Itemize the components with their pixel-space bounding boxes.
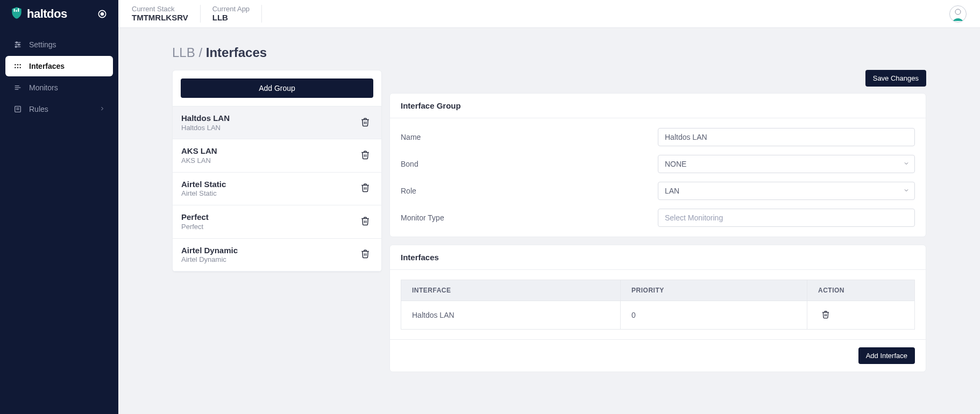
interfaces-table: INTERFACE PRIORITY ACTION Haltdos LAN 0 <box>401 280 915 330</box>
monitor-type-input[interactable] <box>658 209 915 227</box>
svg-point-16 <box>19 67 20 68</box>
delete-group-button[interactable] <box>358 148 373 163</box>
th-priority: PRIORITY <box>621 280 807 301</box>
svg-point-13 <box>19 64 20 65</box>
monitor-type-label: Monitor Type <box>401 213 658 222</box>
sidebar-item-interfaces[interactable]: Interfaces <box>5 56 113 76</box>
nav-label: Settings <box>29 40 56 49</box>
svg-rect-1 <box>16 10 17 12</box>
group-item-sub: Airtel Static <box>181 189 226 198</box>
group-item[interactable]: Haltdos LAN Haltdos LAN <box>173 106 381 139</box>
role-label: Role <box>401 187 658 195</box>
group-list-card: Add Group Haltdos LAN Haltdos LAN <box>172 70 382 272</box>
app-value: LLB <box>212 13 250 23</box>
content: LLB / Interfaces Add Group Haltdos LAN <box>118 28 980 397</box>
svg-point-12 <box>17 64 18 65</box>
topbar-stack[interactable]: Current Stack TMTMRLKSRV <box>132 5 201 23</box>
sidebar-item-monitors[interactable]: Monitors <box>5 77 113 98</box>
group-list: Haltdos LAN Haltdos LAN <box>173 106 381 272</box>
group-item-sub: Airtel Dynamic <box>181 255 238 265</box>
trash-icon <box>360 117 370 129</box>
group-item[interactable]: Airtel Static Airtel Static <box>173 173 381 205</box>
rules-icon <box>13 104 23 114</box>
stack-label: Current Stack <box>132 5 188 13</box>
app-label: Current App <box>212 5 250 13</box>
breadcrumb-sep: / <box>198 45 202 60</box>
topbar-app[interactable]: Current App LLB <box>212 5 262 23</box>
group-item-sub: AKS LAN <box>181 156 217 166</box>
monitors-icon <box>13 83 23 92</box>
panel-title: Interface Group <box>390 94 926 118</box>
group-item-sub: Haltdos LAN <box>181 124 230 133</box>
name-input[interactable] <box>658 128 915 146</box>
save-changes-button[interactable]: Save Changes <box>865 70 926 87</box>
interface-group-panel: Interface Group Name Bond <box>389 93 926 237</box>
panel-title: Interfaces <box>390 245 926 270</box>
bond-label: Bond <box>401 160 658 168</box>
role-select[interactable]: LAN <box>658 182 915 200</box>
add-interface-button[interactable]: Add Interface <box>858 347 915 364</box>
sidebar-item-rules[interactable]: Rules <box>5 99 113 119</box>
cell-priority: 0 <box>621 301 807 330</box>
svg-point-15 <box>17 67 18 68</box>
brand-logo[interactable]: haltdos <box>10 6 67 22</box>
sidebar: haltdos Settings <box>0 0 118 414</box>
breadcrumb-prev[interactable]: LLB <box>172 45 195 60</box>
name-label: Name <box>401 133 658 141</box>
bond-select[interactable]: NONE <box>658 155 915 173</box>
interfaces-panel: Interfaces INTERFACE PRIORITY ACTION <box>389 245 926 372</box>
group-item[interactable]: Perfect Perfect <box>173 205 381 238</box>
trash-icon <box>360 150 370 161</box>
svg-point-4 <box>101 13 104 16</box>
svg-point-10 <box>15 46 17 48</box>
add-group-button[interactable]: Add Group <box>181 78 373 98</box>
delete-group-button[interactable] <box>358 214 373 229</box>
grid-icon <box>13 61 23 71</box>
table-row: Haltdos LAN 0 <box>401 301 915 330</box>
delete-group-button[interactable] <box>358 115 373 130</box>
avatar[interactable] <box>949 5 967 23</box>
svg-point-6 <box>16 42 18 44</box>
sidebar-header: haltdos <box>0 0 118 28</box>
svg-point-23 <box>955 9 961 15</box>
group-item-title: Perfect <box>181 212 209 223</box>
nav-label: Rules <box>29 105 48 113</box>
target-icon[interactable] <box>96 8 109 20</box>
stack-value: TMTMRLKSRV <box>132 13 188 23</box>
trash-icon <box>360 216 370 227</box>
group-item-sub: Perfect <box>181 223 209 232</box>
topbar: Current Stack TMTMRLKSRV Current App LLB <box>118 0 980 28</box>
nav-label: Interfaces <box>29 62 65 70</box>
shield-icon <box>10 6 24 22</box>
breadcrumb-current: Interfaces <box>206 45 267 60</box>
cell-interface: Haltdos LAN <box>401 301 621 330</box>
brand-text: haltdos <box>27 7 67 21</box>
group-item[interactable]: AKS LAN AKS LAN <box>173 139 381 172</box>
delete-interface-button[interactable] <box>818 308 833 323</box>
th-interface: INTERFACE <box>401 280 621 301</box>
svg-rect-2 <box>18 8 19 11</box>
delete-group-button[interactable] <box>358 181 373 196</box>
group-item-title: AKS LAN <box>181 146 217 156</box>
svg-rect-0 <box>14 9 15 11</box>
th-action: ACTION <box>807 280 915 301</box>
svg-point-14 <box>15 67 16 68</box>
nav-label: Monitors <box>29 83 58 92</box>
svg-point-8 <box>18 44 20 46</box>
group-item[interactable]: Airtel Dynamic Airtel Dynamic <box>173 239 381 272</box>
sidebar-item-settings[interactable]: Settings <box>5 34 113 55</box>
group-item-title: Airtel Static <box>181 179 226 190</box>
group-item-title: Airtel Dynamic <box>181 245 238 256</box>
chevron-right-icon <box>99 105 105 113</box>
delete-group-button[interactable] <box>358 247 373 262</box>
trash-icon <box>360 249 370 260</box>
sidebar-nav: Settings Interfaces <box>0 28 118 127</box>
trash-icon <box>360 183 370 194</box>
trash-icon <box>821 310 830 320</box>
svg-point-11 <box>15 64 16 65</box>
breadcrumb: LLB / Interfaces <box>172 45 926 60</box>
sliders-icon <box>13 40 23 49</box>
group-item-title: Haltdos LAN <box>181 113 230 124</box>
